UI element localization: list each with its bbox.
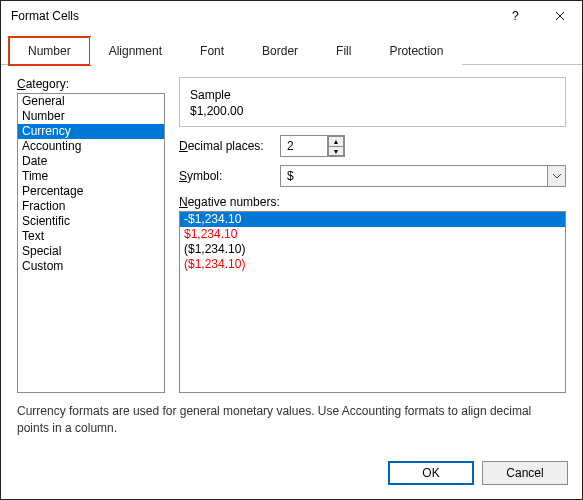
negative-item[interactable]: -$1,234.10 — [180, 212, 565, 227]
decimal-spinner[interactable]: ▲ ▼ — [280, 135, 345, 157]
category-item[interactable]: Scientific — [18, 214, 164, 229]
close-button[interactable] — [538, 1, 582, 31]
symbol-select[interactable]: $ — [280, 165, 566, 187]
negative-item[interactable]: ($1,234.10) — [180, 257, 565, 272]
negative-item[interactable]: ($1,234.10) — [180, 242, 565, 257]
settings-column: Sample $1,200.00 Decimal places: ▲ ▼ Sym… — [179, 77, 566, 393]
category-item[interactable]: Fraction — [18, 199, 164, 214]
dialog-title: Format Cells — [11, 9, 494, 23]
category-item[interactable]: Date — [18, 154, 164, 169]
negative-item[interactable]: $1,234.10 — [180, 227, 565, 242]
svg-text:?: ? — [512, 11, 519, 21]
sample-label: Sample — [190, 88, 555, 102]
category-listbox[interactable]: GeneralNumberCurrencyAccountingDateTimeP… — [17, 93, 165, 393]
symbol-dropdown-button[interactable] — [547, 166, 565, 186]
decimal-down-button[interactable]: ▼ — [328, 146, 344, 156]
chevron-down-icon — [553, 174, 561, 179]
category-item[interactable]: Currency — [18, 124, 164, 139]
main-row: Category: GeneralNumberCurrencyAccountin… — [17, 77, 566, 393]
decimal-row: Decimal places: ▲ ▼ — [179, 135, 566, 157]
category-item[interactable]: Custom — [18, 259, 164, 274]
close-icon — [555, 11, 565, 21]
sample-value: $1,200.00 — [190, 104, 555, 118]
tab-font[interactable]: Font — [181, 37, 243, 65]
category-item[interactable]: Time — [18, 169, 164, 184]
content-area: Category: GeneralNumberCurrencyAccountin… — [1, 65, 582, 451]
sample-group: Sample $1,200.00 — [179, 77, 566, 127]
tab-number[interactable]: Number — [9, 37, 90, 65]
category-item[interactable]: Text — [18, 229, 164, 244]
category-column: Category: GeneralNumberCurrencyAccountin… — [17, 77, 165, 393]
ok-button[interactable]: OK — [388, 461, 474, 485]
tab-strip: NumberAlignmentFontBorderFillProtection — [1, 31, 582, 65]
tab-border[interactable]: Border — [243, 37, 317, 65]
category-item[interactable]: Accounting — [18, 139, 164, 154]
tab-fill[interactable]: Fill — [317, 37, 370, 65]
symbol-row: Symbol: $ — [179, 165, 566, 187]
category-item[interactable]: Percentage — [18, 184, 164, 199]
category-item[interactable]: General — [18, 94, 164, 109]
help-icon: ? — [511, 11, 521, 21]
symbol-value: $ — [281, 166, 547, 186]
category-label: Category: — [17, 77, 165, 91]
titlebar: Format Cells ? — [1, 1, 582, 31]
tab-protection[interactable]: Protection — [370, 37, 462, 65]
tab-alignment[interactable]: Alignment — [90, 37, 181, 65]
negative-listbox[interactable]: -$1,234.10$1,234.10($1,234.10)($1,234.10… — [179, 211, 566, 393]
decimal-input[interactable] — [281, 136, 327, 156]
negative-label: Negative numbers: — [179, 195, 566, 209]
category-item[interactable]: Number — [18, 109, 164, 124]
format-description: Currency formats are used for general mo… — [17, 393, 566, 443]
category-item[interactable]: Special — [18, 244, 164, 259]
symbol-label: Symbol: — [179, 169, 274, 183]
decimal-label: Decimal places: — [179, 139, 274, 153]
help-button[interactable]: ? — [494, 1, 538, 31]
footer: OK Cancel — [1, 451, 582, 499]
cancel-button[interactable]: Cancel — [482, 461, 568, 485]
decimal-up-button[interactable]: ▲ — [328, 136, 344, 146]
format-cells-dialog: Format Cells ? NumberAlignmentFontBorder… — [0, 0, 583, 500]
